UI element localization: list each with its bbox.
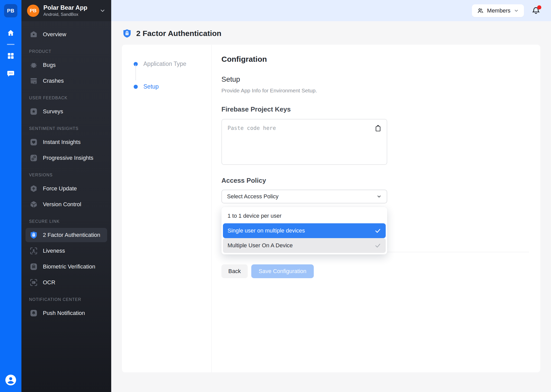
access-policy-label: Access Policy bbox=[221, 177, 529, 185]
dropdown-option-1to1[interactable]: 1 to 1 device per user bbox=[223, 209, 386, 223]
sidebar-item-force-update[interactable]: Force Update bbox=[26, 181, 107, 196]
bug-icon bbox=[29, 60, 38, 70]
firebase-keys-textarea[interactable]: Paste code here bbox=[221, 119, 387, 165]
step-label: Setup bbox=[143, 83, 159, 90]
sidebar-item-crashes[interactable]: Crashes bbox=[26, 74, 107, 88]
chat-icon[interactable] bbox=[6, 69, 15, 78]
workspace-logo[interactable]: PB bbox=[4, 4, 17, 17]
topbar: Members bbox=[111, 0, 551, 21]
check-icon bbox=[374, 242, 381, 249]
option-label: Multiple User On A Device bbox=[228, 242, 293, 249]
section-label-notification-center: NOTIFICATION CENTER bbox=[29, 297, 104, 302]
sidebar-item-label: OCR bbox=[43, 279, 55, 286]
shield-lock-icon bbox=[122, 28, 132, 39]
app-meta: Polar Bear App Android, SandBox bbox=[43, 4, 95, 17]
section-label-versions: VERSIONS bbox=[29, 173, 104, 177]
sidebar-item-label: Force Update bbox=[43, 185, 77, 192]
sidebar-item-bugs[interactable]: Bugs bbox=[26, 58, 107, 72]
section-label-product: PRODUCT bbox=[29, 49, 104, 54]
apps-grid-icon[interactable] bbox=[6, 52, 15, 60]
sidebar-item-instant-insights[interactable]: Instant Insights bbox=[26, 135, 107, 149]
sidebar-item-ocr[interactable]: OCR bbox=[26, 275, 107, 290]
sidebar-item-surveys[interactable]: Surveys bbox=[26, 104, 107, 119]
setup-section-title: Setup bbox=[221, 75, 529, 83]
sidebar-nav: Overview PRODUCT Bugs Crashes USER FEEDB… bbox=[21, 21, 111, 327]
crash-icon bbox=[29, 76, 38, 85]
configuration-card: Application Type Setup Configration Setu… bbox=[122, 45, 540, 372]
page-content: 2 Factor Authentication Application Type… bbox=[111, 21, 551, 392]
app-platform: Android, SandBox bbox=[43, 12, 95, 17]
check-icon bbox=[374, 227, 381, 234]
main-area: Members 2 Factor Authentication bbox=[111, 0, 551, 392]
sidebar-item-label: Crashes bbox=[43, 78, 64, 84]
fingerprint-icon bbox=[29, 262, 38, 271]
access-policy-select[interactable]: Select Access Policy bbox=[221, 190, 387, 203]
step-label: Application Type bbox=[143, 60, 186, 67]
user-avatar-icon[interactable] bbox=[5, 374, 17, 386]
star-icon bbox=[29, 107, 38, 116]
sidebar-item-label: 2 Factor Authentication bbox=[43, 232, 100, 238]
app-name: Polar Bear App bbox=[43, 4, 95, 11]
sidebar-item-overview[interactable]: Overview bbox=[26, 27, 107, 42]
heart-icon bbox=[29, 138, 38, 147]
sidebar-item-label: Instant Insights bbox=[43, 139, 81, 145]
chevron-down-icon bbox=[99, 8, 106, 14]
paste-clipboard-icon[interactable] bbox=[374, 125, 382, 132]
app-avatar-text: PB bbox=[30, 8, 36, 14]
sidebar-item-label: Biometric Verification bbox=[43, 263, 95, 270]
dropdown-option-multi-user-one-device[interactable]: Multiple User On A Device bbox=[223, 238, 386, 253]
notification-dot bbox=[537, 5, 541, 9]
sidebar-item-label: Progressive Insights bbox=[43, 155, 93, 161]
sidebar-item-label: Overview bbox=[43, 31, 66, 38]
members-icon bbox=[477, 7, 484, 14]
home-icon[interactable] bbox=[6, 29, 15, 37]
cube-icon bbox=[29, 200, 38, 209]
option-label: Single user on multiple devices bbox=[228, 227, 305, 234]
face-scan-icon bbox=[29, 246, 38, 255]
workspace-logo-text: PB bbox=[7, 8, 15, 14]
form-heading: Configration bbox=[221, 55, 529, 64]
option-label: 1 to 1 device per user bbox=[228, 213, 282, 219]
hexagon-up-icon bbox=[29, 184, 38, 193]
shield-lock-icon bbox=[29, 230, 38, 240]
sidebar-item-label: Version Control bbox=[43, 201, 81, 208]
sidebar-item-progressive-insights[interactable]: Progressive Insights bbox=[26, 151, 107, 165]
members-label: Members bbox=[487, 7, 510, 14]
configuration-form: Configration Setup Provide App Info for … bbox=[212, 45, 540, 372]
bell-icon bbox=[29, 309, 38, 318]
rail-divider bbox=[7, 44, 15, 45]
step-connector bbox=[135, 65, 136, 80]
icon-rail: PB bbox=[0, 0, 21, 392]
setup-section-subtitle: Provide App Info for Environment Setup. bbox=[221, 88, 529, 94]
sidebar-item-2fa[interactable]: 2 Factor Authentication bbox=[26, 228, 107, 242]
back-button[interactable]: Back bbox=[221, 264, 248, 278]
sidebar-item-label: Push Notification bbox=[43, 310, 85, 316]
sidebar-item-push-notification[interactable]: Push Notification bbox=[26, 306, 107, 320]
page-title: 2 Factor Authentication bbox=[136, 29, 221, 38]
members-button[interactable]: Members bbox=[472, 4, 524, 17]
access-policy-dropdown: 1 to 1 device per user Single user on mu… bbox=[221, 207, 387, 254]
chevron-down-icon bbox=[377, 194, 382, 199]
stepper: Application Type Setup bbox=[122, 45, 212, 372]
sidebar-item-version-control[interactable]: Version Control bbox=[26, 197, 107, 212]
section-label-secure-link: SECURE LINK bbox=[29, 219, 104, 224]
section-label-user-feedback: USER FEEDBACK bbox=[29, 96, 104, 100]
select-value: Select Access Policy bbox=[227, 193, 279, 200]
overview-icon bbox=[29, 30, 38, 39]
app-switcher[interactable]: PB Polar Bear App Android, SandBox bbox=[21, 0, 111, 21]
card-scan-icon bbox=[29, 278, 38, 287]
sidebar-item-liveness[interactable]: Liveness bbox=[26, 244, 107, 258]
sidebar-item-label: Surveys bbox=[43, 108, 63, 115]
notifications-bell-icon[interactable] bbox=[532, 6, 541, 16]
step-setup[interactable]: Setup bbox=[134, 83, 211, 90]
link-icon bbox=[29, 153, 38, 163]
firebase-keys-label: Firebase Project Keys bbox=[221, 105, 529, 113]
step-application-type[interactable]: Application Type bbox=[134, 60, 211, 67]
form-actions: Back Save Configuration bbox=[221, 264, 529, 278]
dropdown-option-single-user-multi-device[interactable]: Single user on multiple devices bbox=[223, 223, 386, 238]
chevron-down-icon bbox=[514, 8, 519, 13]
sidebar-item-biometric[interactable]: Biometric Verification bbox=[26, 260, 107, 274]
page-title-row: 2 Factor Authentication bbox=[122, 28, 540, 39]
save-configuration-button[interactable]: Save Configuration bbox=[251, 264, 314, 278]
step-dot bbox=[134, 85, 138, 89]
